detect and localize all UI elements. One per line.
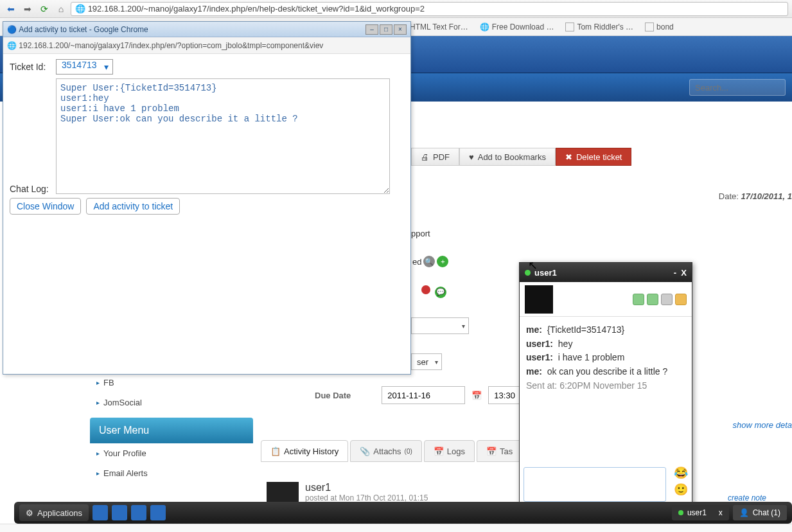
chat-messages: me: {TicketId=3514713} user1: hey user1:…	[520, 317, 692, 399]
tray-icon[interactable]	[131, 505, 146, 520]
chat-log-textarea[interactable]	[56, 78, 390, 194]
ticket-tabs: 📋 Activity History 📎 Attachs (0) 📅 Logs …	[261, 440, 522, 462]
sidebar-item[interactable]: Your Profile	[90, 443, 253, 463]
home-icon[interactable]: ⌂	[54, 2, 68, 16]
delete-ticket-button[interactable]: ✖ Delete ticket	[556, 148, 632, 166]
taskbar-chat-tab[interactable]: 👤 Chat (1)	[733, 505, 787, 520]
chat-tool-icon[interactable]	[633, 294, 644, 305]
clock-icon[interactable]	[661, 294, 673, 305]
tab-logs[interactable]: 📅 Logs	[424, 440, 475, 462]
ticket-id-label: Ticket Id:	[10, 59, 56, 72]
due-date-label: Due Date	[315, 391, 351, 400]
due-date-input[interactable]	[382, 386, 465, 404]
chat-input[interactable]	[524, 467, 666, 502]
os-panel	[0, 524, 792, 532]
status-dot-icon	[525, 270, 531, 276]
popup-titlebar[interactable]: 🔵 Add activity to ticket - Google Chrome…	[3, 22, 410, 37]
sidebar-item[interactable]: JomSocial	[90, 393, 253, 412]
activity-username: user1	[305, 482, 428, 493]
popup-window: 🔵 Add activity to ticket - Google Chrome…	[3, 21, 411, 375]
sidebar-header: User Menu	[90, 418, 253, 443]
magnify-icon[interactable]: 🔍	[423, 256, 435, 267]
bookmark-item[interactable]: HTML Text For…	[410, 22, 468, 31]
chat-titlebar[interactable]: user1 - X	[520, 263, 692, 282]
pdf-button[interactable]: 🖨 PDF	[411, 148, 459, 166]
chat-log-label: Chat Log:	[10, 81, 56, 194]
forward-icon[interactable]: ➡	[21, 2, 35, 16]
show-more-link[interactable]: show more deta	[733, 420, 793, 430]
maximize-button[interactable]: □	[380, 24, 392, 35]
chrome-icon: 🔵	[7, 25, 17, 34]
ticket-id-select[interactable]: 3514713	[56, 59, 113, 75]
chat-bubble-icon[interactable]: 💬	[435, 287, 446, 298]
sidebar-item[interactable]: Email Alerts	[90, 463, 253, 483]
avatar	[525, 285, 553, 314]
due-date-row: Due Date 📅	[315, 386, 523, 404]
close-window-button[interactable]: Close Window	[10, 198, 81, 215]
chat-close-button[interactable]: X	[681, 268, 687, 278]
emoji-icon[interactable]: 🙂	[674, 483, 688, 497]
bookmark-item[interactable]: 🌐 Free Download …	[480, 22, 554, 31]
emoji-icon[interactable]: 😂	[674, 466, 688, 480]
field-peek: pport	[411, 229, 430, 238]
tray-icon[interactable]	[112, 505, 127, 520]
tab-activity[interactable]: 📋 Activity History	[261, 440, 348, 462]
calendar-icon[interactable]: 📅	[471, 391, 482, 400]
add-icon[interactable]: +	[437, 256, 448, 267]
chat-sent-at: Sent at: 6:20PM November 15	[526, 379, 685, 393]
dropdown-peek[interactable]	[411, 317, 469, 336]
chat-minimize-button[interactable]: -	[674, 268, 676, 278]
applications-button[interactable]: ⚙ Applications	[19, 504, 89, 521]
dropdown-peek[interactable]: ser	[411, 353, 442, 370]
minimize-button[interactable]: –	[365, 24, 378, 35]
browser-toolbar: ⬅ ➡ ⟳ ⌂ 🌐 192.168.1.200/~manoj/galaxy17/…	[0, 0, 792, 18]
sidebar-item[interactable]: FB	[90, 373, 253, 393]
add-activity-button[interactable]: Add activity to ticket	[86, 198, 180, 215]
activity-timestamp: posted at Mon 17th Oct 2011, 01:15	[305, 493, 428, 502]
tab-attachs[interactable]: 📎 Attachs (0)	[350, 440, 422, 462]
field-peek: 💬	[421, 285, 446, 298]
bell-icon[interactable]	[675, 294, 687, 305]
chat-window: user1 - X me: {TicketId=3514713} user1: …	[519, 262, 692, 506]
close-button[interactable]: ×	[394, 24, 407, 35]
url-bar[interactable]: 🌐 192.168.1.200/~manoj/galaxy17/index.ph…	[71, 2, 788, 16]
bookmark-item[interactable]: Tom Riddler's …	[565, 22, 633, 31]
tab-tasks[interactable]: 📅 Tas	[477, 440, 522, 462]
ticket-date: Date: 17/10/2011, 1	[719, 191, 792, 201]
create-note-link[interactable]: create note	[728, 493, 766, 502]
popup-url-bar[interactable]: 🌐 192.168.1.200/~manoj/galaxy17/index.ph…	[3, 37, 410, 54]
search-input[interactable]	[689, 79, 786, 96]
due-time-input[interactable]	[488, 386, 523, 404]
back-icon[interactable]: ⬅	[4, 2, 18, 16]
chat-tool-icon[interactable]	[647, 294, 658, 305]
ticket-toolbar: 🖨 PDF ♥ Add to Bookmarks ✖ Delete ticket	[411, 148, 631, 166]
reload-icon[interactable]: ⟳	[37, 2, 51, 16]
field-peek: ed 🔍 +	[412, 256, 448, 267]
add-bookmark-button[interactable]: ♥ Add to Bookmarks	[459, 148, 556, 166]
tray-icon[interactable]	[150, 505, 166, 520]
taskbar: ⚙ Applications user1 x 👤 Chat (1)	[14, 502, 792, 524]
bookmark-item[interactable]: bond	[645, 22, 674, 31]
taskbar-chat-tab[interactable]: user1 x	[672, 505, 729, 520]
chat-toolbar	[520, 282, 692, 317]
sidebar: FB JomSocial User Menu Your Profile Emai…	[90, 373, 253, 483]
tray-icon[interactable]	[92, 505, 108, 520]
